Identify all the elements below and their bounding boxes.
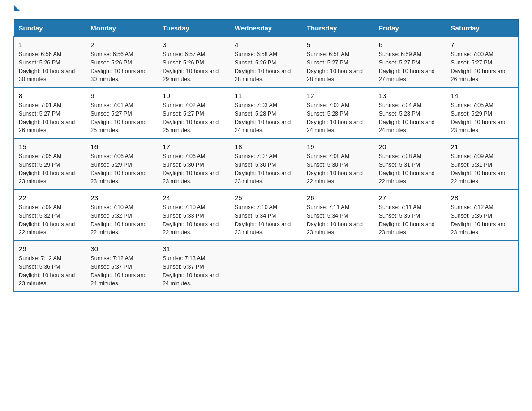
day-cell: 5Sunrise: 6:58 AMSunset: 5:27 PMDaylight… (302, 37, 374, 88)
day-number: 7 (451, 41, 513, 48)
week-row-5: 29Sunrise: 7:12 AMSunset: 5:36 PMDayligh… (14, 241, 518, 292)
day-cell: 24Sunrise: 7:10 AMSunset: 5:33 PMDayligh… (158, 190, 230, 241)
day-cell: 28Sunrise: 7:12 AMSunset: 5:35 PMDayligh… (446, 190, 518, 241)
day-info: Sunrise: 7:10 AMSunset: 5:34 PMDaylight:… (235, 203, 297, 237)
day-number: 22 (19, 194, 81, 201)
day-number: 3 (163, 41, 225, 48)
header-cell-sunday: Sunday (14, 20, 86, 37)
day-cell: 4Sunrise: 6:58 AMSunset: 5:26 PMDaylight… (230, 37, 302, 88)
day-number: 11 (235, 92, 297, 99)
day-number: 6 (379, 41, 442, 48)
day-number: 2 (90, 41, 153, 48)
day-number: 20 (379, 143, 442, 150)
day-info: Sunrise: 7:01 AMSunset: 5:27 PMDaylight:… (19, 101, 81, 135)
day-number: 30 (90, 245, 153, 253)
day-cell: 14Sunrise: 7:05 AMSunset: 5:29 PMDayligh… (446, 88, 518, 139)
header-cell-monday: Monday (86, 20, 158, 37)
day-info: Sunrise: 6:56 AMSunset: 5:26 PMDaylight:… (90, 50, 153, 84)
day-info: Sunrise: 7:06 AMSunset: 5:29 PMDaylight:… (90, 152, 153, 186)
day-cell: 30Sunrise: 7:12 AMSunset: 5:37 PMDayligh… (86, 241, 158, 292)
day-info: Sunrise: 7:01 AMSunset: 5:27 PMDaylight:… (90, 101, 153, 135)
day-info: Sunrise: 6:58 AMSunset: 5:26 PMDaylight:… (235, 50, 297, 84)
week-row-4: 22Sunrise: 7:09 AMSunset: 5:32 PMDayligh… (14, 190, 518, 241)
day-info: Sunrise: 7:03 AMSunset: 5:28 PMDaylight:… (235, 101, 297, 135)
calendar-header: SundayMondayTuesdayWednesdayThursdayFrid… (14, 20, 518, 37)
day-info: Sunrise: 6:56 AMSunset: 5:26 PMDaylight:… (19, 50, 81, 84)
day-info: Sunrise: 6:57 AMSunset: 5:26 PMDaylight:… (163, 50, 225, 84)
day-cell: 9Sunrise: 7:01 AMSunset: 5:27 PMDaylight… (86, 88, 158, 139)
day-number: 8 (19, 92, 81, 99)
day-number: 24 (163, 194, 225, 201)
day-cell (230, 241, 302, 292)
day-info: Sunrise: 7:02 AMSunset: 5:27 PMDaylight:… (163, 101, 225, 135)
header-cell-wednesday: Wednesday (230, 20, 302, 37)
week-row-1: 1Sunrise: 6:56 AMSunset: 5:26 PMDaylight… (14, 37, 518, 88)
header-row: SundayMondayTuesdayWednesdayThursdayFrid… (14, 20, 518, 37)
day-number: 14 (451, 92, 513, 99)
day-cell: 31Sunrise: 7:13 AMSunset: 5:37 PMDayligh… (158, 241, 230, 292)
day-number: 13 (379, 92, 442, 99)
week-row-2: 8Sunrise: 7:01 AMSunset: 5:27 PMDaylight… (14, 88, 518, 139)
day-number: 26 (307, 194, 369, 201)
logo (13, 9, 20, 11)
day-number: 12 (307, 92, 369, 99)
day-cell: 22Sunrise: 7:09 AMSunset: 5:32 PMDayligh… (14, 190, 86, 241)
day-cell: 7Sunrise: 7:00 AMSunset: 5:27 PMDaylight… (446, 37, 518, 88)
calendar-body: 1Sunrise: 6:56 AMSunset: 5:26 PMDaylight… (14, 37, 518, 292)
day-cell: 2Sunrise: 6:56 AMSunset: 5:26 PMDaylight… (86, 37, 158, 88)
day-info: Sunrise: 7:08 AMSunset: 5:30 PMDaylight:… (307, 152, 369, 186)
day-cell: 23Sunrise: 7:10 AMSunset: 5:32 PMDayligh… (86, 190, 158, 241)
day-info: Sunrise: 7:09 AMSunset: 5:31 PMDaylight:… (451, 152, 513, 186)
day-cell: 27Sunrise: 7:11 AMSunset: 5:35 PMDayligh… (374, 190, 446, 241)
day-info: Sunrise: 7:07 AMSunset: 5:30 PMDaylight:… (235, 152, 297, 186)
day-cell: 6Sunrise: 6:59 AMSunset: 5:27 PMDaylight… (374, 37, 446, 88)
day-number: 25 (235, 194, 297, 201)
day-number: 10 (163, 92, 225, 99)
day-number: 29 (19, 245, 81, 253)
day-cell: 29Sunrise: 7:12 AMSunset: 5:36 PMDayligh… (14, 241, 86, 292)
day-info: Sunrise: 6:58 AMSunset: 5:27 PMDaylight:… (307, 50, 369, 84)
day-cell: 16Sunrise: 7:06 AMSunset: 5:29 PMDayligh… (86, 139, 158, 190)
day-number: 1 (19, 41, 81, 48)
day-info: Sunrise: 7:04 AMSunset: 5:28 PMDaylight:… (379, 101, 442, 135)
day-cell (374, 241, 446, 292)
day-info: Sunrise: 7:06 AMSunset: 5:30 PMDaylight:… (163, 152, 225, 186)
logo-triangle-icon (14, 5, 20, 11)
day-cell: 20Sunrise: 7:08 AMSunset: 5:31 PMDayligh… (374, 139, 446, 190)
day-info: Sunrise: 7:05 AMSunset: 5:29 PMDaylight:… (451, 101, 513, 135)
day-number: 17 (163, 143, 225, 150)
day-info: Sunrise: 7:10 AMSunset: 5:33 PMDaylight:… (163, 203, 225, 237)
week-row-3: 15Sunrise: 7:05 AMSunset: 5:29 PMDayligh… (14, 139, 518, 190)
day-cell: 3Sunrise: 6:57 AMSunset: 5:26 PMDaylight… (158, 37, 230, 88)
header-cell-saturday: Saturday (446, 20, 518, 37)
header-cell-friday: Friday (374, 20, 446, 37)
day-number: 27 (379, 194, 442, 201)
day-info: Sunrise: 7:00 AMSunset: 5:27 PMDaylight:… (451, 50, 513, 84)
day-cell (446, 241, 518, 292)
day-cell: 19Sunrise: 7:08 AMSunset: 5:30 PMDayligh… (302, 139, 374, 190)
day-number: 15 (19, 143, 81, 150)
day-cell: 13Sunrise: 7:04 AMSunset: 5:28 PMDayligh… (374, 88, 446, 139)
day-cell: 8Sunrise: 7:01 AMSunset: 5:27 PMDaylight… (14, 88, 86, 139)
day-cell: 12Sunrise: 7:03 AMSunset: 5:28 PMDayligh… (302, 88, 374, 139)
day-info: Sunrise: 7:12 AMSunset: 5:36 PMDaylight:… (19, 254, 81, 288)
day-info: Sunrise: 7:08 AMSunset: 5:31 PMDaylight:… (379, 152, 442, 186)
day-cell: 15Sunrise: 7:05 AMSunset: 5:29 PMDayligh… (14, 139, 86, 190)
day-cell (302, 241, 374, 292)
calendar-table: SundayMondayTuesdayWednesdayThursdayFrid… (13, 19, 519, 292)
day-info: Sunrise: 7:05 AMSunset: 5:29 PMDaylight:… (19, 152, 81, 186)
day-number: 18 (235, 143, 297, 150)
header-cell-tuesday: Tuesday (158, 20, 230, 37)
day-cell: 10Sunrise: 7:02 AMSunset: 5:27 PMDayligh… (158, 88, 230, 139)
day-info: Sunrise: 7:11 AMSunset: 5:34 PMDaylight:… (307, 203, 369, 237)
day-number: 4 (235, 41, 297, 48)
day-number: 16 (90, 143, 153, 150)
day-info: Sunrise: 7:10 AMSunset: 5:32 PMDaylight:… (90, 203, 153, 237)
header-cell-thursday: Thursday (302, 20, 374, 37)
day-number: 23 (90, 194, 153, 201)
day-info: Sunrise: 7:09 AMSunset: 5:32 PMDaylight:… (19, 203, 81, 237)
day-info: Sunrise: 7:13 AMSunset: 5:37 PMDaylight:… (163, 254, 225, 288)
day-number: 19 (307, 143, 369, 150)
day-number: 31 (163, 245, 225, 253)
day-cell: 21Sunrise: 7:09 AMSunset: 5:31 PMDayligh… (446, 139, 518, 190)
